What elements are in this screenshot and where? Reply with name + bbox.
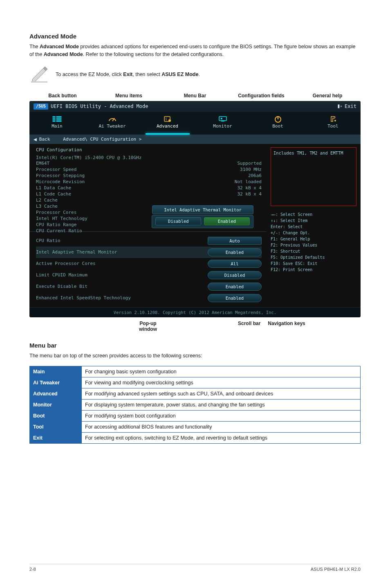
nav-key-hint: F10: Save ESC: Exit <box>271 261 356 267</box>
svg-rect-7 <box>56 117 61 117</box>
nav-key-hint: F5: Optimized Defaults <box>271 255 356 261</box>
bios-title: UEFI BIOS Utility - Advanced Mode <box>51 103 148 109</box>
setting-value[interactable]: Disabled <box>208 271 262 279</box>
figure-top-labels: Back button Menu items Menu Bar Configur… <box>29 93 361 99</box>
svg-rect-16 <box>221 121 224 121</box>
info-key: Processor Stepping <box>36 173 85 178</box>
info-value: 3100 MHz <box>213 167 262 172</box>
svg-point-12 <box>168 119 171 122</box>
tab-label: Boot <box>272 123 283 129</box>
info-value: Supported <box>213 161 262 166</box>
info-key: EM64T <box>36 161 49 166</box>
svg-rect-8 <box>56 119 61 119</box>
advanced-mode-paragraph: The Advanced Mode provides advanced opti… <box>29 43 361 58</box>
table-desc-cell: For modifying advanced system settings s… <box>82 388 361 399</box>
table-head-cell: Boot <box>30 411 82 422</box>
table-head-cell: Tool <box>30 422 82 433</box>
table-head-cell: Exit <box>30 433 82 444</box>
setting-value[interactable]: Enabled <box>208 294 262 302</box>
table-row: ToolFor accessing additional BIOS featur… <box>30 422 361 433</box>
info-row: CPU Current Ratio <box>36 228 262 234</box>
svg-text:i: i <box>165 117 167 121</box>
setting-key: CPU Ratio <box>36 238 61 243</box>
tab-label: Main <box>52 123 63 129</box>
tab-ai-tweaker[interactable]: Ai Tweaker <box>85 112 140 135</box>
info-key: CPU Ratio Range <box>36 222 76 227</box>
setting-key: Intel Adaptive Thermal Monitor <box>36 249 117 255</box>
tab-label: Ai Tweaker <box>99 123 126 129</box>
svg-rect-2 <box>31 81 47 83</box>
para-bold: Advanced Mode <box>44 52 83 57</box>
label-menu-bar: Menu Bar <box>162 93 228 99</box>
setting-value[interactable]: Enabled <box>208 283 262 291</box>
nav-key-hint: →←: Select Screen <box>271 212 356 218</box>
svg-rect-4 <box>53 117 55 117</box>
back-button[interactable]: Back <box>39 137 50 142</box>
note-part: To access the EZ Mode, click <box>56 72 123 77</box>
menu-bar-paragraph: The menu bar on top of the screen provid… <box>29 352 361 360</box>
setting-row[interactable]: Limit CPUID MaximumDisabled <box>36 269 262 281</box>
tab-advanced[interactable]: iAdvanced <box>140 112 195 135</box>
note-part: , then select <box>132 72 161 77</box>
svg-rect-5 <box>53 119 55 119</box>
table-desc-cell: For displaying system temperature, power… <box>82 399 361 411</box>
info-row: L2 Cache <box>36 197 262 203</box>
setting-key: Limit CPUID Maximum <box>36 272 87 278</box>
info-value: 32 kB x 4 <box>213 185 262 191</box>
exit-button[interactable]: Exit <box>337 103 356 109</box>
info-key: L3 Cache <box>36 204 58 209</box>
info-row: Microcode RevisionNot loaded <box>36 179 262 185</box>
para-text: The <box>29 44 40 49</box>
info-row: L1 Data Cache32 kB x 4 <box>36 185 262 191</box>
svg-rect-9 <box>56 121 61 121</box>
info-value <box>213 197 262 203</box>
info-key: Processor Cores <box>36 210 76 215</box>
bios-footer-version: Version 2.10.1208. Copyright (C) 2012 Am… <box>29 307 361 317</box>
setting-row[interactable]: Enhanced Intel SpeedStep TechnologyEnabl… <box>36 292 262 304</box>
tab-tool[interactable]: Tool <box>305 112 361 135</box>
menu-bar-heading: Menu bar <box>29 342 361 349</box>
svg-point-19 <box>334 120 336 121</box>
note-bold: ASUS EZ Mode <box>161 72 198 77</box>
info-key: L1 Data Cache <box>36 185 71 191</box>
table-desc-cell: For accessing additional BIOS features a… <box>82 422 361 433</box>
info-value: 206a6 <box>213 173 262 178</box>
tab-label: Advanced <box>157 123 178 129</box>
setting-value[interactable]: All <box>208 260 262 268</box>
label-scroll-bar: Scroll bar <box>238 321 260 332</box>
table-desc-cell: For modifying system boot configuration <box>82 411 361 422</box>
table-desc-cell: For changing basic system configuration <box>82 366 361 377</box>
setting-row[interactable]: Active Processor CoresAll <box>36 258 262 269</box>
label-popup-window: Pop-upwindow <box>132 321 164 332</box>
asus-logo: /SUS <box>34 103 48 110</box>
tab-monitor[interactable]: Monitor <box>195 112 250 135</box>
setting-row[interactable]: Execute Disable BitEnabled <box>36 281 262 292</box>
setting-value[interactable]: Auto <box>208 237 262 245</box>
label-navigation-keys: Navigation keys <box>268 321 305 332</box>
table-row: MainFor changing basic system configurat… <box>30 366 361 377</box>
svg-point-15 <box>221 118 222 119</box>
table-row: MonitorFor displaying system temperature… <box>30 399 361 411</box>
popup-option-disabled[interactable]: Disabled <box>155 217 201 225</box>
setting-row[interactable]: Intel Adaptive Thermal MonitorEnabled <box>36 247 262 258</box>
info-key: L2 Cache <box>36 197 58 203</box>
tab-boot[interactable]: Boot <box>250 112 305 135</box>
info-value <box>213 228 262 233</box>
setting-key: Enhanced Intel SpeedStep Technology <box>36 295 131 301</box>
info-value: 32 kB x 4 <box>213 191 262 197</box>
table-row: BootFor modifying system boot configurat… <box>30 411 361 422</box>
tab-main[interactable]: Main <box>29 112 85 135</box>
popup-option-enabled[interactable]: Enabled <box>204 217 250 225</box>
table-head-cell: Main <box>30 366 82 377</box>
table-desc-cell: For selecting exit options, switching to… <box>82 433 361 444</box>
nav-key-hint: F2: Previous Values <box>271 242 356 249</box>
info-key: Microcode Revision <box>36 179 85 184</box>
exit-button-label: Exit <box>345 103 356 109</box>
setting-value[interactable]: Enabled <box>208 248 262 256</box>
info-key: CPU Current Ratio <box>36 228 82 233</box>
back-arrow-icon[interactable]: ◀ <box>34 136 37 142</box>
setting-key: Execute Disable Bit <box>36 284 87 289</box>
info-value: Not loaded <box>213 179 262 184</box>
nav-key-hint: F1: General Help <box>271 236 356 242</box>
setting-row[interactable]: CPU RatioAuto <box>36 235 262 247</box>
